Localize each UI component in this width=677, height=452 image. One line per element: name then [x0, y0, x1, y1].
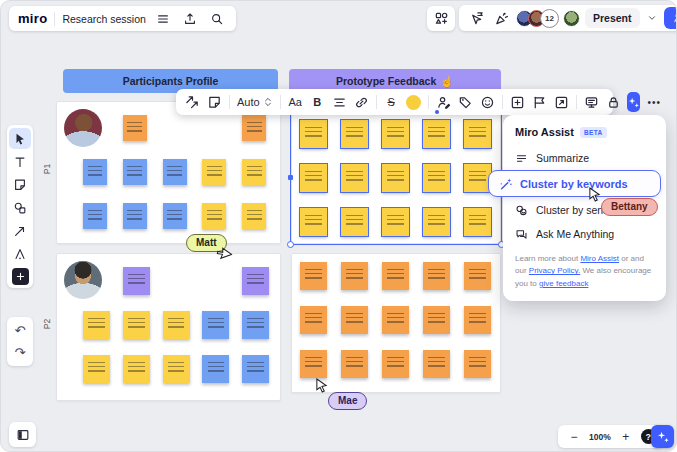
- sticky-note-blue[interactable]: [83, 159, 107, 185]
- sticky-note-orange[interactable]: [300, 262, 327, 290]
- reactions-icon[interactable]: [491, 8, 511, 28]
- shapes-tool[interactable]: [9, 197, 31, 218]
- sticky-note-yellow[interactable]: [341, 208, 368, 236]
- strikethrough-button[interactable]: S: [381, 92, 402, 113]
- sticky-note-blue[interactable]: [123, 159, 147, 185]
- sticky-note-orange[interactable]: [382, 306, 409, 334]
- select-tool[interactable]: [9, 128, 31, 149]
- text-tool[interactable]: [9, 151, 31, 172]
- sticky-note-purple[interactable]: [242, 267, 269, 295]
- sticky-note-orange[interactable]: [464, 306, 491, 334]
- share-button[interactable]: Share: [664, 7, 677, 29]
- sticky-note-yellow[interactable]: [341, 120, 368, 148]
- emoji-icon[interactable]: [477, 92, 498, 113]
- sticky-note-orange[interactable]: [242, 115, 266, 141]
- sticky-note-orange[interactable]: [382, 350, 409, 378]
- export-icon[interactable]: [180, 9, 200, 29]
- sticky-note-yellow[interactable]: [83, 355, 110, 383]
- miro-assist-fab[interactable]: [651, 425, 674, 448]
- sticky-note-orange[interactable]: [382, 262, 409, 290]
- search-icon[interactable]: [207, 9, 227, 29]
- sticky-note-yellow[interactable]: [202, 203, 226, 229]
- assist-item-summarize[interactable]: Summarize: [515, 146, 654, 170]
- sticky-note-yellow[interactable]: [464, 164, 491, 192]
- sticky-note-blue[interactable]: [202, 311, 229, 339]
- sticky-note-orange[interactable]: [300, 306, 327, 334]
- sticky-note-orange[interactable]: [423, 262, 450, 290]
- undo-button[interactable]: ↶: [9, 320, 31, 341]
- bold-button[interactable]: B: [307, 92, 328, 113]
- zoom-out-button[interactable]: −: [566, 429, 582, 445]
- collaborator-avatars[interactable]: 12: [516, 9, 580, 28]
- selection-edge-handle[interactable]: [288, 175, 293, 180]
- sticky-note-orange[interactable]: [341, 262, 368, 290]
- frames-panel-button[interactable]: [9, 422, 36, 447]
- sticky-note-blue[interactable]: [83, 203, 107, 229]
- sticky-note-tool[interactable]: [9, 174, 31, 195]
- color-swatch-button[interactable]: [403, 92, 424, 113]
- fit-frame-icon[interactable]: [551, 92, 572, 113]
- convert-to-card-icon[interactable]: [507, 92, 528, 113]
- assist-item-cluster-keywords[interactable]: Cluster by keywords: [488, 170, 661, 197]
- give-feedback-link[interactable]: give feedback: [539, 279, 588, 288]
- align-icon[interactable]: [329, 92, 350, 113]
- sticky-note-yellow[interactable]: [300, 164, 327, 192]
- sticky-note-yellow[interactable]: [464, 208, 491, 236]
- board-title[interactable]: Research session: [62, 13, 145, 25]
- sticky-note-yellow[interactable]: [464, 120, 491, 148]
- sticky-note-icon[interactable]: [204, 92, 225, 113]
- sticky-note-orange[interactable]: [123, 115, 147, 141]
- pen-tool[interactable]: [9, 243, 31, 264]
- sticky-note-yellow[interactable]: [202, 159, 226, 185]
- more-options-button[interactable]: •••: [644, 92, 665, 113]
- participant-2-card[interactable]: [56, 253, 281, 401]
- sticky-note-yellow[interactable]: [423, 164, 450, 192]
- sticky-note-yellow[interactable]: [300, 208, 327, 236]
- sticky-note-yellow[interactable]: [242, 203, 266, 229]
- avatar-facilitator[interactable]: [563, 10, 580, 27]
- sticky-note-yellow[interactable]: [382, 120, 409, 148]
- present-chevron-icon[interactable]: [645, 8, 659, 28]
- collaborator-count-badge[interactable]: 12: [540, 9, 559, 28]
- assist-item-ask-anything[interactable]: Ask Me Anything: [515, 222, 654, 246]
- sticky-note-orange[interactable]: [341, 306, 368, 334]
- sticky-note-yellow[interactable]: [163, 355, 190, 383]
- zoom-in-button[interactable]: +: [618, 429, 634, 445]
- add-more-tools-button[interactable]: [12, 268, 29, 285]
- present-button[interactable]: Present: [585, 8, 640, 28]
- miro-logo[interactable]: miro: [18, 11, 47, 26]
- miro-assist-link[interactable]: Miro Assist: [580, 254, 619, 263]
- sticky-note-yellow[interactable]: [300, 120, 327, 148]
- sticky-note-orange[interactable]: [464, 262, 491, 290]
- apps-button[interactable]: [427, 6, 455, 31]
- sticky-note-blue[interactable]: [242, 355, 269, 383]
- miro-assist-button[interactable]: [627, 92, 640, 112]
- lock-icon[interactable]: [603, 92, 624, 113]
- feedback-bottom-card[interactable]: [291, 253, 501, 393]
- sticky-note-yellow[interactable]: [163, 311, 190, 339]
- text-size-control[interactable]: Auto: [234, 96, 276, 108]
- sticky-note-yellow[interactable]: [123, 311, 150, 339]
- feedback-top-card[interactable]: [291, 111, 501, 244]
- sticky-note-yellow[interactable]: [242, 159, 266, 185]
- sticky-note-purple[interactable]: [123, 267, 150, 295]
- sticky-note-orange[interactable]: [341, 350, 368, 378]
- selection-handle[interactable]: [287, 241, 294, 248]
- sticky-note-yellow[interactable]: [382, 208, 409, 236]
- sticky-note-yellow[interactable]: [341, 164, 368, 192]
- tag-icon[interactable]: [455, 92, 476, 113]
- sticky-note-blue[interactable]: [163, 159, 187, 185]
- sticky-note-orange[interactable]: [300, 350, 327, 378]
- share-screen-icon[interactable]: [581, 92, 602, 113]
- chart-flag-icon[interactable]: [529, 92, 550, 113]
- sticky-note-yellow[interactable]: [123, 355, 150, 383]
- sticky-note-yellow[interactable]: [382, 164, 409, 192]
- redo-button[interactable]: ↷: [9, 342, 31, 363]
- collab-cursors-icon[interactable]: [466, 8, 486, 28]
- board-menu-icon[interactable]: [153, 9, 173, 29]
- author-icon[interactable]: [433, 92, 454, 113]
- sticky-note-yellow[interactable]: [83, 311, 110, 339]
- privacy-policy-link[interactable]: Privacy Policy.: [529, 266, 580, 275]
- sticky-note-yellow[interactable]: [423, 120, 450, 148]
- sticky-note-yellow[interactable]: [423, 208, 450, 236]
